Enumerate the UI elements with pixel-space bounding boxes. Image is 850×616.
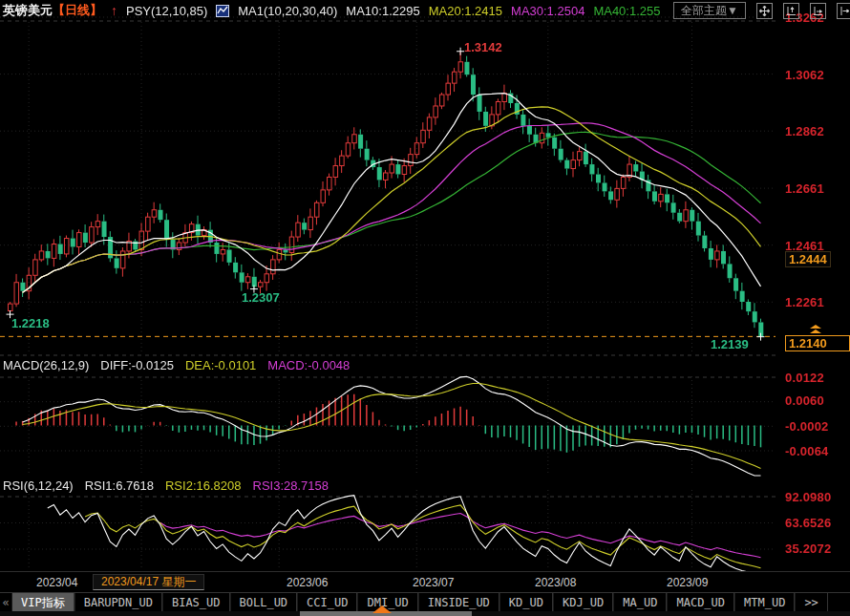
ma20-value: MA20:1.2415 — [429, 4, 502, 18]
macd-macd-value: MACD:-0.0048 — [267, 358, 350, 372]
macd-dea-value: DEA:-0.0101 — [185, 358, 256, 372]
high-annotation: 1.3142 — [464, 40, 502, 54]
macd-ytick-2: -0.0002 — [785, 419, 848, 434]
reference-price-label: 1.2444 — [785, 251, 831, 267]
x-axis: 2023/04 2023/04/17 星期一 2023/06 2023/07 2… — [0, 571, 850, 593]
zoom-horizontal-icon[interactable] — [810, 3, 826, 19]
macd-ytick-1: 0.0060 — [785, 393, 848, 408]
psy-indicator-label: PSY(12,10,85) — [126, 4, 207, 18]
macd-title: MACD(26,12,9) — [3, 358, 89, 372]
macd-ytick-3: -0.0064 — [785, 444, 848, 458]
tab-bias-ud[interactable]: BIAS_UD — [162, 593, 230, 612]
last-low-annotation: 1.2139 — [711, 337, 749, 351]
scrollbar-position-marker-icon — [372, 605, 392, 613]
symbol-title: 英镑美元【日线】 — [3, 2, 102, 19]
price-ytick-3: 1.2661 — [785, 181, 848, 196]
price-ytick-5: 1.2261 — [785, 295, 848, 309]
symbol-name: 英镑美元 — [3, 3, 53, 17]
xtick-2023-07: 2023/07 — [413, 576, 454, 589]
tab-kdj-ud[interactable]: KDJ_UD — [553, 593, 613, 612]
tab-scroll-left-icon[interactable]: « — [0, 593, 11, 612]
zoom-vertical-icon[interactable] — [783, 3, 799, 19]
indicator-tab-bar: « VIP指标 BARUPDN_UD BIAS_UD BOLL_UD CCI_U… — [0, 592, 850, 612]
price-offscreen-arrow-icon — [810, 325, 821, 334]
xtick-2023-09: 2023/09 — [667, 576, 708, 589]
rsi-ytick-0: 92.0980 — [785, 490, 848, 504]
up-arrow-icon: ↑ — [111, 3, 117, 18]
chart-icon — [216, 5, 229, 17]
price-ytick-1: 1.3062 — [785, 68, 848, 82]
rsi1-value: RSI1:6.7618 — [85, 478, 154, 493]
tab-vip-indicator[interactable]: VIP指标 — [11, 593, 74, 612]
rsi-header: RSI(6,12,24) RSI1:6.7618 RSI2:16.8208 RS… — [3, 478, 329, 493]
xtick-2023-06: 2023/06 — [287, 576, 328, 589]
rsi2-value: RSI2:16.8208 — [165, 478, 242, 493]
last-price-tag: 1.2140 — [785, 335, 850, 351]
macd-diff-value: DIFF:-0.0125 — [100, 358, 174, 372]
crosshair-date-label: 2023/04/17 星期一 — [93, 574, 204, 590]
top-info-bar: 英镑美元【日线】 ↑ PSY(12,10,85) MA1(10,20,30,40… — [0, 0, 850, 21]
macd-ytick-0: 0.0122 — [785, 371, 848, 385]
tab-boll-ud[interactable]: BOLL_UD — [230, 593, 298, 612]
tab-cci-ud[interactable]: CCI_UD — [297, 593, 357, 612]
theme-dropdown-button[interactable]: 全部主题▼ — [673, 2, 746, 19]
tab-more-button[interactable]: >> — [795, 593, 827, 612]
rsi-title: RSI(6,12,24) — [3, 478, 74, 493]
period-badge: 【日线】 — [53, 3, 102, 17]
ma30-value: MA30:1.2504 — [511, 4, 584, 18]
rsi-ytick-1: 63.6526 — [785, 516, 848, 530]
ma-settings-label: MA1(10,20,30,40) — [238, 4, 337, 18]
tab-macd-ud[interactable]: MACD_UD — [667, 593, 734, 612]
tab-ma-ud[interactable]: MA_UD — [613, 593, 667, 612]
chart-app: 英镑美元【日线】 ↑ PSY(12,10,85) MA1(10,20,30,40… — [0, 0, 850, 616]
ma40-value: MA40:1.255 — [593, 4, 660, 18]
rsi-ytick-2: 35.2072 — [785, 542, 848, 556]
rsi3-value: RSI3:28.7158 — [253, 478, 329, 493]
xtick-2023-08: 2023/08 — [535, 576, 576, 589]
price-ytick-2: 1.2862 — [785, 124, 848, 138]
tab-mtm-ud[interactable]: MTM_UD — [734, 593, 795, 612]
pan-icon[interactable] — [756, 3, 773, 19]
low-annotation-april: 1.2218 — [11, 316, 50, 330]
tab-barupdn-ud[interactable]: BARUPDN_UD — [74, 593, 162, 612]
low-annotation-may: 1.2307 — [242, 290, 280, 305]
tab-inside-ud[interactable]: INSIDE_UD — [418, 593, 499, 612]
shift-right-icon[interactable] — [837, 3, 850, 19]
macd-header: MACD(26,12,9) DIFF:-0.0125 DEA:-0.0101 M… — [3, 358, 350, 372]
tab-kd-ud[interactable]: KD_UD — [499, 593, 553, 612]
horizontal-scrollbar — [0, 611, 850, 616]
xtick-2023-04: 2023/04 — [36, 576, 77, 589]
ma10-value: MA10:1.2295 — [346, 4, 419, 18]
